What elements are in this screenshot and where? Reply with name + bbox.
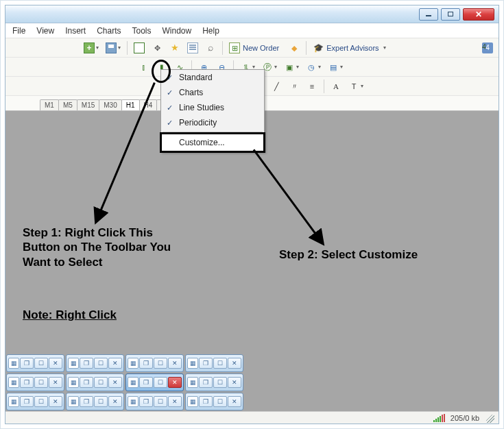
indicators-button[interactable]: [281, 60, 302, 75]
mdi-chart-tab[interactable]: [185, 373, 243, 391]
maximize-button[interactable]: [441, 8, 460, 21]
new-chart-button[interactable]: [81, 40, 101, 56]
mdi-chart-tab[interactable]: [125, 354, 184, 372]
alert-button[interactable]: [286, 40, 302, 56]
text-label-button[interactable]: [346, 79, 366, 94]
notifications-button[interactable]: 4: [479, 40, 496, 56]
maximize-button[interactable]: [34, 377, 48, 388]
mdi-chart-tab[interactable]: [185, 354, 243, 372]
context-separator: [163, 132, 263, 132]
menu-charts[interactable]: Charts: [97, 26, 121, 36]
mdi-chart-tab[interactable]: [66, 393, 124, 410]
maximize-button[interactable]: [154, 358, 167, 369]
menu-file[interactable]: File: [12, 26, 25, 36]
bar-chart-icon: [139, 62, 149, 73]
maximize-button[interactable]: [213, 377, 227, 388]
restore-button[interactable]: [139, 358, 153, 369]
mdi-chart-tab[interactable]: [66, 354, 124, 372]
close-button[interactable]: [108, 396, 122, 407]
menu-help[interactable]: Help: [202, 26, 219, 36]
mdi-chart-tab[interactable]: [185, 393, 243, 410]
menu-tools[interactable]: Tools: [132, 26, 152, 36]
close-button[interactable]: [49, 358, 62, 369]
restore-button[interactable]: [20, 396, 34, 407]
close-window-button[interactable]: ✕: [463, 8, 494, 21]
text-button[interactable]: [328, 79, 344, 94]
mdi-chart-tab[interactable]: [125, 373, 184, 391]
market-watch-button[interactable]: [131, 40, 147, 56]
maximize-button[interactable]: [94, 358, 108, 369]
close-button[interactable]: [228, 358, 241, 369]
mdi-chart-tab[interactable]: [125, 393, 184, 410]
restore-button[interactable]: [199, 358, 213, 369]
trendline-button[interactable]: [268, 79, 285, 94]
navigator-button[interactable]: [149, 40, 165, 56]
context-item-periodicity[interactable]: Periodicity: [161, 115, 264, 130]
equidistant-channel-button[interactable]: [286, 79, 302, 94]
period-m30[interactable]: M30: [99, 99, 121, 110]
period-h4[interactable]: H4: [139, 99, 158, 110]
close-button[interactable]: [228, 396, 241, 407]
fibonacci-button[interactable]: [304, 79, 320, 94]
menu-window[interactable]: Window: [163, 26, 192, 36]
periodicity-button[interactable]: [303, 60, 324, 75]
favorites-button[interactable]: [167, 40, 183, 56]
maximize-button[interactable]: [213, 358, 227, 369]
context-item-customize[interactable]: Customize...: [161, 134, 264, 151]
maximize-button[interactable]: [213, 396, 227, 407]
chart-window-icon: [8, 396, 19, 407]
close-button[interactable]: [228, 377, 241, 388]
restore-button[interactable]: [199, 396, 213, 407]
restore-button[interactable]: [199, 377, 213, 388]
profiles-button[interactable]: [103, 40, 123, 56]
annotation-note: Note: Right Click: [23, 308, 117, 322]
context-item-charts[interactable]: Charts: [161, 85, 264, 100]
period-m15[interactable]: M15: [77, 99, 99, 110]
resize-grip-icon[interactable]: [485, 413, 494, 423]
close-button[interactable]: [168, 396, 182, 407]
maximize-button[interactable]: [34, 358, 48, 369]
restore-button[interactable]: [20, 377, 34, 388]
toolbar-context-menu: Standard Charts Line Studies Periodicity…: [160, 69, 265, 152]
mdi-chart-tab[interactable]: [6, 354, 64, 372]
restore-button[interactable]: [80, 377, 93, 388]
maximize-button[interactable]: [34, 396, 48, 407]
clock-icon: [306, 62, 317, 73]
close-button[interactable]: [49, 377, 62, 388]
new-order-button[interactable]: New Order: [226, 40, 285, 56]
bar-chart-button[interactable]: [136, 60, 152, 75]
period-m5[interactable]: M5: [58, 99, 77, 110]
menu-view[interactable]: View: [36, 26, 54, 36]
close-button[interactable]: [49, 396, 62, 407]
mdi-chart-tab[interactable]: [6, 373, 64, 391]
application-window: ✕ File View Insert Charts Tools Window H…: [5, 5, 499, 424]
close-button[interactable]: [108, 377, 122, 388]
context-item-line-studies[interactable]: Line Studies: [161, 100, 264, 115]
chart-window-icon: [8, 358, 19, 369]
close-button[interactable]: [108, 358, 122, 369]
minimize-button[interactable]: [419, 8, 438, 21]
close-button[interactable]: [168, 377, 182, 388]
terminal-button[interactable]: [184, 40, 201, 56]
period-h1[interactable]: H1: [121, 99, 140, 110]
restore-button[interactable]: [20, 358, 34, 369]
restore-button[interactable]: [80, 396, 93, 407]
mdi-chart-tab[interactable]: [66, 373, 124, 391]
maximize-button[interactable]: [154, 396, 167, 407]
mdi-chart-tab[interactable]: [6, 393, 64, 410]
period-m1[interactable]: M1: [40, 99, 59, 110]
restore-button[interactable]: [139, 396, 153, 407]
templates-button[interactable]: [325, 60, 346, 75]
close-button[interactable]: [168, 358, 182, 369]
restore-button[interactable]: [80, 358, 93, 369]
chart-window-icon: [128, 396, 139, 407]
maximize-button[interactable]: [94, 396, 108, 407]
restore-button[interactable]: [139, 377, 153, 388]
toolbar-standard: New Order Expert Advisors 4: [5, 38, 499, 58]
maximize-button[interactable]: [94, 377, 108, 388]
expert-advisors-button[interactable]: Expert Advisors: [310, 40, 388, 56]
maximize-button[interactable]: [154, 377, 167, 388]
menu-insert[interactable]: Insert: [65, 26, 86, 36]
context-item-standard[interactable]: Standard: [161, 70, 264, 85]
strategy-tester-button[interactable]: [202, 40, 219, 56]
